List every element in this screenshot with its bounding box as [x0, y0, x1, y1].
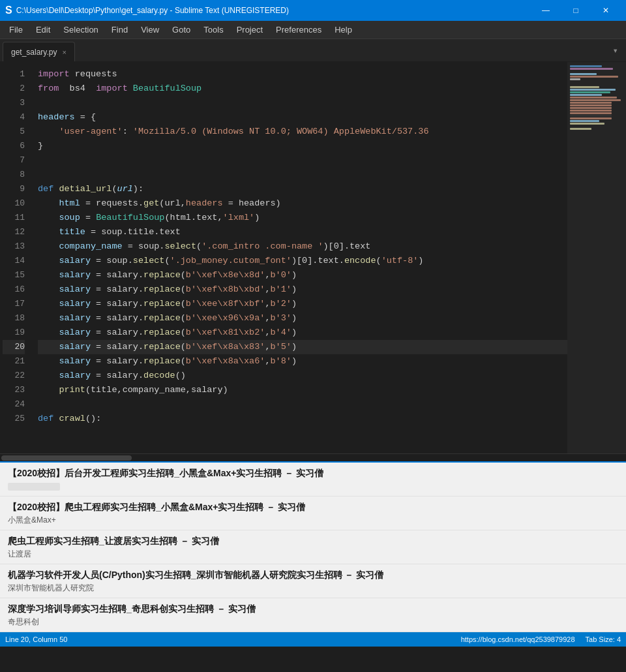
code-line-6: }	[38, 139, 567, 153]
menu-item-find[interactable]: Find	[105, 22, 134, 37]
output-title-2: 【2020校招】爬虫工程师实习生招聘_小黑盒&Max+实习生招聘 － 实习僧	[8, 500, 618, 514]
window-title: C:\Users\Dell\Desktop\Python\get_salary.…	[16, 6, 289, 15]
code-line-24	[38, 397, 567, 412]
menu-item-view[interactable]: View	[134, 22, 166, 37]
code-line-11: soup = BeautifulSoup(html.text,'lxml')	[38, 211, 567, 225]
menu-item-tools[interactable]: Tools	[197, 22, 230, 37]
tabbar-dropdown-icon[interactable]: ▾	[608, 45, 623, 56]
code-line-23: print(title,company_name,salary)	[38, 383, 567, 397]
menu-item-goto[interactable]: Goto	[166, 22, 197, 37]
code-line-20: salary = salary.replace(b'\xef\x8a\x83',…	[38, 340, 567, 354]
output-sub-2: 小黑盒&Max+	[8, 514, 618, 526]
output-item-2: 【2020校招】爬虫工程师实习生招聘_小黑盒&Max+实习生招聘 － 实习僧 小…	[0, 496, 626, 530]
menu-item-preferences[interactable]: Preferences	[269, 22, 328, 37]
line-numbers: 1 2 3 4 5 6 7 8 9 10 11 12 13 14 15 16 1…	[0, 62, 27, 453]
editor: 1 2 3 4 5 6 7 8 9 10 11 12 13 14 15 16 1…	[0, 62, 626, 453]
code-line-4: headers = {	[38, 110, 567, 125]
output-panel: 【2020校招】后台开发工程师实习生招聘_小黑盒&Max+实习生招聘 － 实习僧…	[0, 461, 626, 632]
code-line-22: salary = salary.decode()	[38, 369, 567, 383]
output-title-5: 深度学习培训导师实习生招聘_奇思科创实习生招聘 － 实习僧	[8, 602, 618, 616]
output-item-4: 机器学习软件开发人员(C/Python)实习生招聘_深圳市智能机器人研究院实习生…	[0, 564, 626, 598]
code-line-25: def crawl():	[38, 412, 567, 426]
maximize-button[interactable]: □	[561, 0, 591, 21]
menu-item-selection[interactable]: Selection	[57, 22, 104, 37]
code-line-5: 'user-agent': 'Mozilla/5.0 (Windows NT 1…	[38, 125, 567, 139]
output-item-5: 深度学习培训导师实习生招聘_奇思科创实习生招聘 － 实习僧 奇思科创	[0, 598, 626, 632]
output-sub-5: 奇思科创	[8, 616, 618, 628]
code-line-1: import requests	[38, 67, 567, 82]
statusbar-tabsize[interactable]: Tab Size: 4	[586, 635, 621, 643]
code-line-14: salary = soup.select('.job_money.cutom_f…	[38, 254, 567, 268]
titlebar: S C:\Users\Dell\Desktop\Python\get_salar…	[0, 0, 626, 21]
titlebar-left: S C:\Users\Dell\Desktop\Python\get_salar…	[5, 5, 289, 16]
code-line-7	[38, 153, 567, 168]
menu-item-help[interactable]: Help	[328, 22, 359, 37]
code-line-19: salary = salary.replace(b'\xef\x81\xb2',…	[38, 326, 567, 340]
output-sub-3: 让渡居	[8, 548, 618, 560]
code-line-13: company_name = soup.select('.com_intro .…	[38, 239, 567, 254]
tab-filename: get_salary.py	[11, 48, 57, 57]
code-line-15: salary = salary.replace(b'\xef\x8e\x8d',…	[38, 268, 567, 283]
statusbar-right: https://blog.csdn.net/qq2539879928 Tab S…	[461, 635, 621, 643]
scrollbar-thumb[interactable]	[1, 455, 132, 461]
code-line-18: salary = salary.replace(b'\xee\x96\x9a',…	[38, 311, 567, 326]
tabbar: get_salary.py × ▾	[0, 39, 626, 62]
horizontal-scrollbar[interactable]	[0, 453, 626, 461]
tab-get-salary[interactable]: get_salary.py ×	[3, 42, 75, 61]
statusbar: Line 20, Column 50 https://blog.csdn.net…	[0, 632, 626, 647]
window-controls: — □ ✕	[531, 0, 621, 21]
output-title-4: 机器学习软件开发人员(C/Python)实习生招聘_深圳市智能机器人研究院实习生…	[8, 568, 618, 582]
output-sub-1	[8, 480, 618, 492]
output-title-1: 【2020校招】后台开发工程师实习生招聘_小黑盒&Max+实习生招聘 － 实习僧	[8, 466, 618, 480]
code-editor[interactable]: import requests from bs4 import Beautifu…	[27, 62, 567, 453]
code-line-10: html = requests.get(url,headers = header…	[38, 196, 567, 211]
code-line-16: salary = salary.replace(b'\xef\x8b\xbd',…	[38, 283, 567, 297]
output-item-3: 爬虫工程师实习生招聘_让渡居实习生招聘 － 实习僧 让渡居	[0, 530, 626, 564]
output-title-3: 爬虫工程师实习生招聘_让渡居实习生招聘 － 实习僧	[8, 534, 618, 548]
close-button[interactable]: ✕	[591, 0, 621, 21]
minimap	[567, 62, 626, 453]
minimize-button[interactable]: —	[531, 0, 561, 21]
code-line-3	[38, 96, 567, 110]
code-line-17: salary = salary.replace(b'\xee\x8f\xbf',…	[38, 297, 567, 311]
minimap-content	[567, 62, 626, 453]
output-sub-4: 深圳市智能机器人研究院	[8, 582, 618, 594]
app-icon: S	[5, 5, 12, 16]
menu-item-file[interactable]: File	[3, 22, 29, 37]
code-line-2: from bs4 import BeautifulSoup	[38, 82, 567, 96]
code-line-12: title = soup.title.text	[38, 225, 567, 239]
menu-item-project[interactable]: Project	[230, 22, 269, 37]
statusbar-position[interactable]: Line 20, Column 50	[5, 635, 67, 643]
code-line-9: def detial_url(url):	[38, 182, 567, 196]
code-line-21: salary = salary.replace(b'\xef\x8a\xa6',…	[38, 354, 567, 369]
output-item-1: 【2020校招】后台开发工程师实习生招聘_小黑盒&Max+实习生招聘 － 实习僧	[0, 463, 626, 496]
menu-item-edit[interactable]: Edit	[29, 22, 57, 37]
tab-close-button[interactable]: ×	[62, 48, 66, 56]
menubar: FileEditSelectionFindViewGotoToolsProjec…	[0, 21, 626, 39]
code-line-8	[38, 168, 567, 182]
statusbar-url: https://blog.csdn.net/qq2539879928	[461, 635, 575, 643]
